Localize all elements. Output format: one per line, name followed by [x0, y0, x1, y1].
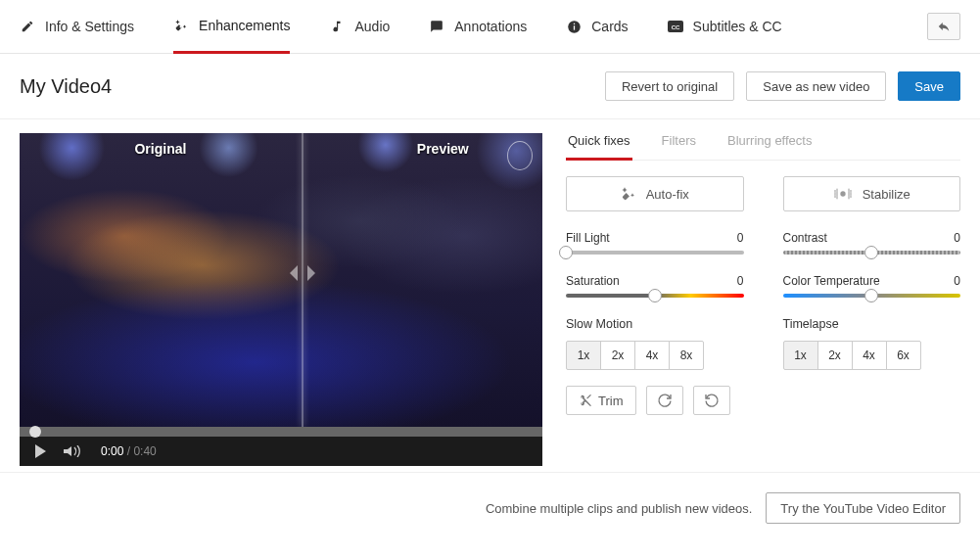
stabilize-button[interactable]: Stabilize	[783, 176, 961, 211]
stabilize-label: Stabilize	[863, 187, 910, 202]
subtab-filters[interactable]: Filters	[660, 133, 698, 160]
fill-light-value: 0	[737, 231, 744, 245]
wand-icon	[621, 186, 636, 202]
slow-1x[interactable]: 1x	[566, 341, 601, 370]
tab-label: Annotations	[454, 19, 527, 34]
note-icon	[329, 19, 345, 34]
original-label: Original	[134, 141, 186, 157]
contrast-slider[interactable]	[783, 251, 961, 255]
tab-label: Audio	[354, 19, 390, 34]
tab-label: Subtitles & CC	[693, 19, 782, 34]
rotate-right-icon	[657, 393, 673, 408]
duration: 0:40	[133, 444, 156, 458]
volume-button[interactable]	[64, 445, 83, 457]
video-frame	[20, 133, 542, 427]
fill-light-label: Fill Light	[566, 231, 610, 245]
temperature-label: Color Temperature	[783, 274, 880, 288]
autofix-button[interactable]: Auto-fix	[566, 176, 744, 211]
lapse-6x[interactable]: 6x	[886, 341, 921, 370]
reply-arrow-icon	[936, 20, 952, 33]
save-as-new-button[interactable]: Save as new video	[746, 71, 886, 101]
temperature-value: 0	[954, 274, 960, 288]
seek-thumb[interactable]	[29, 426, 41, 438]
slow-4x[interactable]: 4x	[634, 341, 670, 370]
seek-bar[interactable]	[20, 427, 542, 437]
timelapse-group: 1x 2x 4x 6x	[783, 341, 961, 370]
current-time: 0:00	[101, 444, 123, 458]
tab-label: Enhancements	[199, 18, 290, 33]
stabilize-icon	[833, 187, 853, 201]
svg-rect-2	[574, 23, 575, 23]
svg-rect-1	[574, 25, 575, 29]
lapse-1x[interactable]: 1x	[783, 341, 818, 370]
tab-cards[interactable]: Cards	[566, 0, 628, 54]
autofix-label: Auto-fix	[646, 187, 689, 202]
subtab-quick-fixes[interactable]: Quick fixes	[566, 133, 632, 161]
play-button[interactable]	[35, 444, 46, 458]
preview-label: Preview	[417, 141, 469, 157]
tab-label: Info & Settings	[45, 19, 134, 34]
speaker-icon	[64, 446, 71, 456]
back-button[interactable]	[927, 13, 960, 40]
trim-label: Trim	[598, 394, 624, 408]
chat-icon	[429, 19, 444, 34]
timelapse-label: Timelapse	[783, 317, 961, 331]
fill-light-slider[interactable]	[566, 251, 744, 255]
contrast-label: Contrast	[783, 231, 827, 245]
slow-motion-group: 1x 2x 4x 8x	[566, 341, 744, 370]
footer-text: Combine multiple clips and publish new v…	[486, 501, 752, 516]
cc-icon: CC	[668, 19, 683, 34]
tab-enhancements[interactable]: Enhancements	[173, 0, 290, 54]
tab-label: Cards	[591, 19, 628, 34]
volume-waves-icon	[73, 445, 83, 457]
pencil-icon	[20, 19, 35, 34]
revert-button[interactable]: Revert to original	[605, 71, 734, 101]
rotate-left-icon	[704, 393, 720, 408]
subtab-blurring[interactable]: Blurring effects	[725, 133, 814, 160]
slow-8x[interactable]: 8x	[669, 341, 704, 370]
tab-info-settings[interactable]: Info & Settings	[20, 0, 134, 54]
time-display: 0:00 / 0:40	[101, 444, 157, 458]
svg-point-5	[840, 191, 845, 196]
svg-text:CC: CC	[671, 24, 679, 30]
slider-thumb[interactable]	[864, 289, 878, 302]
tab-annotations[interactable]: Annotations	[429, 0, 527, 54]
contrast-value: 0	[954, 231, 960, 245]
save-button[interactable]: Save	[898, 71, 960, 101]
trim-button[interactable]: Trim	[566, 386, 636, 415]
scissors-icon	[579, 394, 592, 407]
lapse-4x[interactable]: 4x	[852, 341, 887, 370]
rotate-left-button[interactable]	[693, 386, 730, 415]
watermark-icon	[507, 141, 533, 170]
slider-thumb[interactable]	[864, 246, 878, 259]
wand-icon	[173, 18, 189, 33]
slider-thumb[interactable]	[648, 289, 662, 302]
try-editor-button[interactable]: Try the YouTube Video Editor	[766, 492, 960, 524]
compare-divider[interactable]	[302, 133, 303, 427]
saturation-value: 0	[737, 274, 744, 288]
slow-motion-label: Slow Motion	[566, 317, 744, 331]
video-preview[interactable]: Original Preview	[20, 133, 542, 427]
page-title: My Video4	[20, 75, 112, 98]
saturation-label: Saturation	[566, 274, 620, 288]
rotate-right-button[interactable]	[646, 386, 683, 415]
info-icon	[566, 19, 582, 34]
slider-thumb[interactable]	[559, 246, 573, 259]
temperature-slider[interactable]	[783, 294, 961, 298]
lapse-2x[interactable]: 2x	[817, 341, 853, 370]
tab-subtitles[interactable]: CC Subtitles & CC	[668, 0, 782, 54]
slow-2x[interactable]: 2x	[600, 341, 635, 370]
tab-audio[interactable]: Audio	[329, 0, 390, 54]
saturation-slider[interactable]	[566, 294, 744, 298]
